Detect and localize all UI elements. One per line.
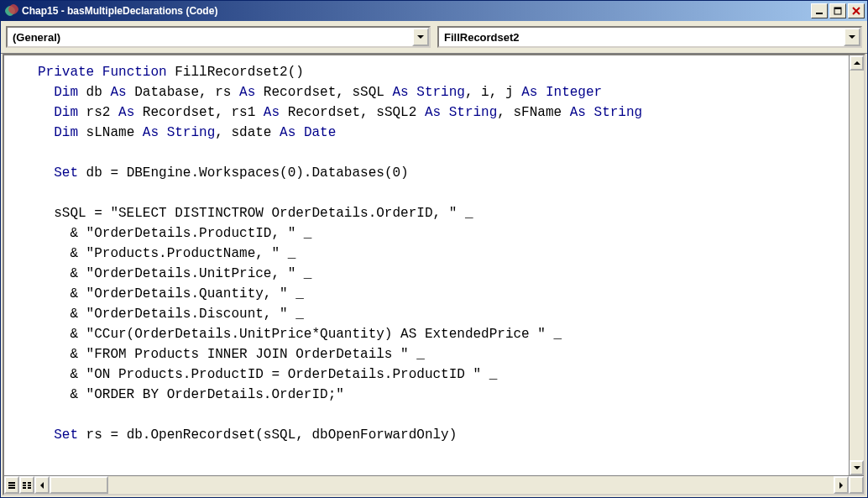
code-editor: Private Function FillRecordset2() Dim db…	[3, 54, 865, 495]
scroll-thumb[interactable]	[50, 476, 108, 494]
scroll-track[interactable]	[850, 71, 864, 460]
full-module-view-button[interactable]	[19, 476, 34, 494]
scroll-left-button[interactable]	[34, 476, 50, 494]
horizontal-scrollbar[interactable]	[34, 476, 849, 494]
bottom-bar	[4, 475, 864, 494]
svg-rect-10	[28, 485, 31, 486]
window-controls	[811, 3, 865, 18]
svg-rect-0	[816, 13, 823, 14]
code-window: Chap15 - basMultipleDeclarations (Code) …	[0, 0, 868, 498]
dropdown-bar: (General) FillRecordset2	[1, 21, 867, 54]
svg-rect-11	[28, 487, 31, 489]
scope-dropdown[interactable]: (General)	[6, 26, 431, 48]
svg-rect-8	[23, 487, 26, 489]
close-button[interactable]	[848, 3, 865, 18]
maximize-button[interactable]	[829, 3, 846, 18]
svg-rect-9	[28, 482, 31, 484]
window-title: Chap15 - basMultipleDeclarations (Code)	[22, 5, 811, 17]
scroll-track[interactable]	[108, 476, 834, 494]
svg-rect-6	[23, 482, 26, 484]
app-icon	[5, 4, 18, 18]
procedure-view-button[interactable]	[4, 476, 19, 494]
code-text[interactable]: Private Function FillRecordset2() Dim db…	[4, 55, 849, 475]
svg-rect-5	[8, 487, 15, 489]
svg-rect-7	[23, 485, 26, 486]
titlebar[interactable]: Chap15 - basMultipleDeclarations (Code)	[1, 1, 867, 21]
svg-rect-4	[8, 485, 15, 486]
chevron-down-icon[interactable]	[844, 28, 860, 46]
scope-dropdown-value: (General)	[13, 31, 60, 44]
minimize-button[interactable]	[811, 3, 828, 18]
chevron-down-icon[interactable]	[412, 28, 429, 46]
procedure-dropdown-value: FillRecordset2	[444, 31, 520, 44]
scroll-right-button[interactable]	[834, 476, 849, 494]
svg-rect-2	[834, 8, 841, 9]
scroll-up-button[interactable]	[850, 55, 864, 71]
procedure-dropdown[interactable]: FillRecordset2	[437, 26, 862, 48]
scroll-corner	[849, 476, 864, 494]
vertical-scrollbar[interactable]	[849, 55, 864, 475]
svg-rect-3	[8, 482, 15, 484]
scroll-down-button[interactable]	[850, 460, 864, 475]
